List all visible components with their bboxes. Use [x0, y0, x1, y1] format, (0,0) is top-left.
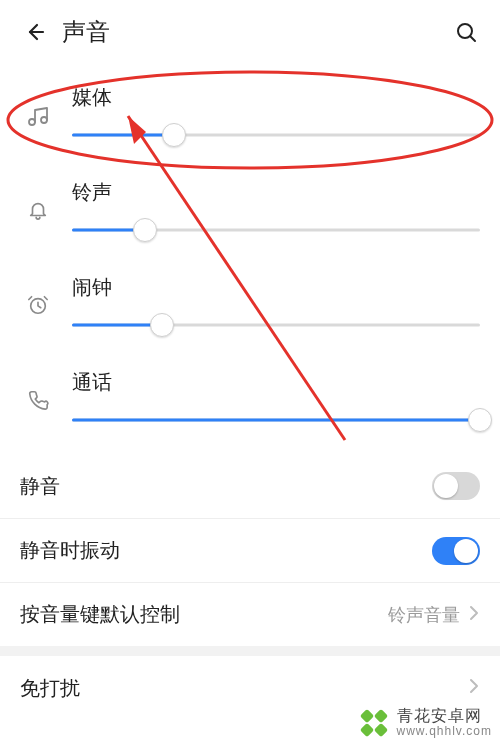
header: 声音 [0, 0, 500, 64]
svg-rect-11 [359, 723, 373, 737]
clock-icon [20, 274, 56, 316]
slider-thumb[interactable] [133, 218, 157, 242]
slider-thumb[interactable] [162, 123, 186, 147]
music-note-icon [20, 84, 56, 128]
volume-key-default-label: 按音量键默认控制 [20, 601, 388, 628]
ringtone-volume-slider[interactable] [72, 218, 480, 242]
call-volume-slider[interactable] [72, 408, 480, 432]
vibrate-on-mute-toggle[interactable] [432, 537, 480, 565]
alarm-volume-slider[interactable] [72, 313, 480, 337]
back-button[interactable] [14, 12, 54, 52]
chevron-right-icon [468, 604, 480, 626]
mute-row[interactable]: 静音 [0, 454, 500, 518]
section-gap [0, 646, 500, 656]
ringtone-volume-row: 铃声 [0, 165, 500, 260]
chevron-right-icon [468, 677, 480, 699]
svg-line-2 [470, 36, 475, 41]
svg-rect-12 [373, 723, 387, 737]
svg-point-3 [29, 119, 35, 125]
phone-icon [20, 369, 56, 411]
mute-toggle[interactable] [432, 472, 480, 500]
page-title: 声音 [62, 16, 110, 48]
volume-key-default-value: 铃声音量 [388, 603, 460, 627]
volume-sliders-section: 媒体 铃声 [0, 64, 500, 454]
slider-fill [72, 134, 174, 137]
watermark-url: www.qhhlv.com [397, 725, 492, 738]
media-volume-slider[interactable] [72, 123, 480, 147]
alarm-volume-label: 闹钟 [72, 274, 480, 301]
toggle-knob [434, 474, 458, 498]
arrow-left-icon [22, 20, 46, 44]
dnd-label: 免打扰 [20, 675, 468, 702]
screen: 声音 媒体 铃声 [0, 0, 500, 746]
dnd-row[interactable]: 免打扰 [0, 656, 500, 720]
volume-key-default-row[interactable]: 按音量键默认控制 铃声音量 [0, 582, 500, 646]
ringtone-volume-label: 铃声 [72, 179, 480, 206]
media-volume-label: 媒体 [72, 84, 480, 111]
media-volume-row: 媒体 [0, 70, 500, 165]
toggle-knob [454, 539, 478, 563]
slider-fill [72, 419, 480, 422]
vibrate-on-mute-label: 静音时振动 [20, 537, 432, 564]
call-volume-row: 通话 [0, 355, 500, 450]
settings-group-2: 免打扰 [0, 656, 500, 720]
settings-group-1: 静音 静音时振动 按音量键默认控制 铃声音量 [0, 454, 500, 646]
mute-label: 静音 [20, 473, 432, 500]
vibrate-on-mute-row[interactable]: 静音时振动 [0, 518, 500, 582]
search-button[interactable] [446, 12, 486, 52]
alarm-volume-row: 闹钟 [0, 260, 500, 355]
bell-icon [20, 179, 56, 221]
search-icon [454, 20, 478, 44]
slider-thumb[interactable] [150, 313, 174, 337]
slider-thumb[interactable] [468, 408, 492, 432]
slider-fill [72, 324, 162, 327]
call-volume-label: 通话 [72, 369, 480, 396]
